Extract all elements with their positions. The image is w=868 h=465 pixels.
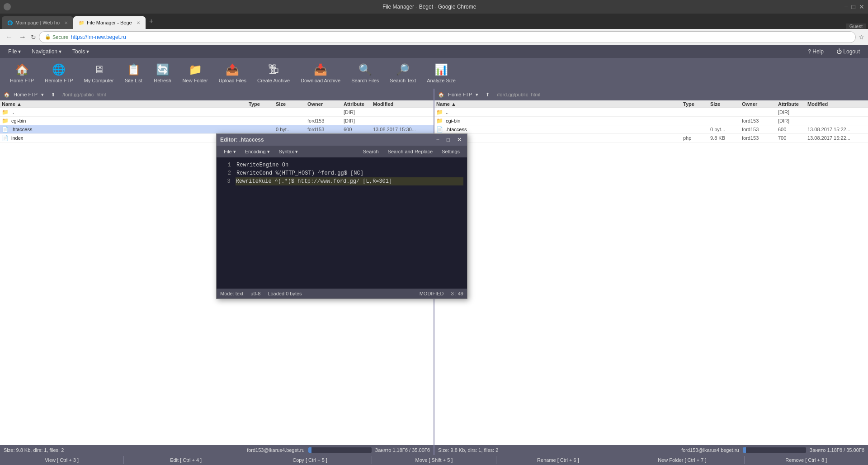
folder-icon: 📁 — [436, 109, 443, 115]
right-panel-path: /ford.gg/public_html — [497, 92, 864, 97]
create-archive-button[interactable]: 🗜 Create Archive — [253, 61, 294, 86]
editor-minimize-button[interactable]: − — [434, 137, 441, 143]
tab-close-2[interactable]: ✕ — [137, 20, 140, 25]
left-up-button[interactable]: ⬆ — [51, 92, 55, 98]
left-panel-label: Home FTP — [14, 92, 38, 97]
address-input-container[interactable]: 🔒 Secure https://fm-new.beget.ru — [39, 31, 856, 43]
download-archive-button[interactable]: 📥 Download Archive — [296, 61, 345, 86]
right-status-text: Size: 9.8 Kb, dirs: 1, files: 2 — [438, 447, 498, 453]
right-up-button[interactable]: ⬆ — [486, 92, 490, 98]
analyze-size-label: Analyze Size — [427, 78, 456, 83]
list-item[interactable]: 📁 cgi-bin ford153 [DIR] — [0, 117, 434, 125]
minimize-window-btn[interactable]: − — [844, 3, 848, 10]
home-ftp-button[interactable]: 🏠 Home FTP — [5, 61, 38, 86]
editor-close-button[interactable]: ✕ — [455, 137, 463, 143]
forward-button[interactable]: → — [17, 32, 28, 42]
home-ftp-label: Home FTP — [10, 78, 34, 83]
remote-ftp-icon: 🌐 — [52, 63, 66, 76]
right-panel-dropdown-icon[interactable]: ▾ — [476, 92, 478, 98]
left-col-mod[interactable]: Modified — [373, 101, 432, 107]
list-item[interactable]: 📄 .htaccess 0 byt... ford153 600 13.08.2… — [434, 125, 868, 134]
tab-file-manager[interactable]: 📁 File Manager - Bege ✕ — [73, 16, 146, 29]
new-folder-action-button[interactable]: New Folder [ Ctrl + 7 ] — [620, 456, 744, 464]
toolbar: 🏠 Home FTP 🌐 Remote FTP 🖥 My Computer 📋 … — [0, 58, 868, 89]
right-col-attr[interactable]: Attribute — [778, 101, 807, 107]
search-text-button[interactable]: 🔎 Search Text — [385, 61, 420, 86]
right-col-mod[interactable]: Modified — [807, 101, 866, 107]
close-window-btn[interactable]: ✕ — [859, 3, 864, 10]
left-user-label: ford153@ikarus4.beget.ru — [247, 447, 304, 453]
editor-maximize-button[interactable]: □ — [445, 137, 452, 143]
right-panel: 🏠 Home FTP ▾ ⬆ /ford.gg/public_html Name… — [434, 89, 868, 445]
list-item[interactable]: 📁 .. [DIR] — [434, 108, 868, 117]
refresh-label: Refresh — [154, 78, 171, 83]
copy-button[interactable]: Copy [ Ctrl + 5 ] — [248, 456, 372, 464]
left-col-size[interactable]: Size — [276, 101, 307, 107]
site-list-button[interactable]: 📋 Site List — [120, 61, 147, 86]
folder-icon: 📁 — [2, 109, 9, 115]
bookmark-icon[interactable]: ☆ — [859, 33, 864, 41]
tab-favicon-2: 📁 — [79, 20, 84, 25]
search-files-icon: 🔍 — [359, 63, 372, 76]
analyze-size-button[interactable]: 📊 Analyze Size — [422, 61, 460, 86]
right-col-type[interactable]: Type — [683, 101, 710, 107]
tab-close-1[interactable]: ✕ — [64, 20, 68, 25]
maximize-window-btn[interactable]: □ — [852, 3, 855, 10]
list-item[interactable]: 📄 .htaccess 0 byt... ford153 600 13.08.2… — [0, 125, 434, 134]
refresh-page-button[interactable]: ↻ — [31, 33, 36, 41]
browser-title-bar: File Manager - Beget - Google Chrome − □… — [0, 0, 868, 14]
editor-settings-btn[interactable]: Settings — [438, 148, 463, 155]
left-status-bar: Size: 9.8 Kb, dirs: 1, files: 2 ford153@… — [0, 445, 434, 455]
editor-search-btn[interactable]: Search — [359, 148, 382, 155]
refresh-button[interactable]: 🔄 Refresh — [149, 61, 176, 86]
upload-files-button[interactable]: 📤 Upload Files — [214, 61, 251, 86]
rename-button[interactable]: Rename [ Ctrl + 6 ] — [496, 456, 620, 464]
menu-navigation[interactable]: Navigation ▾ — [27, 47, 66, 56]
edit-button[interactable]: Edit [ Ctrl + 4 ] — [124, 456, 248, 464]
download-icon: 📥 — [314, 63, 327, 76]
search-text-label: Search Text — [390, 78, 416, 83]
list-item[interactable]: 📁 .. [DIR] — [0, 108, 434, 117]
editor-encoding-menu[interactable]: Encoding ▾ — [241, 148, 274, 156]
app-menu-bar: File ▾ Navigation ▾ Tools ▾ ? Help ⏻ Log… — [0, 45, 868, 58]
menu-tools[interactable]: Tools ▾ — [68, 47, 94, 56]
new-tab-button[interactable]: + — [146, 15, 157, 27]
editor-content[interactable]: 1 RewriteEngine On 2 RewriteCond %(HTTP_… — [217, 157, 467, 289]
right-storage-bar — [743, 447, 746, 453]
tab-bar: 🌐 Main page | Web ho ✕ 📁 File Manager - … — [0, 14, 868, 29]
editor-modified-badge: MODIFIED — [420, 291, 444, 296]
back-button[interactable]: ← — [4, 32, 14, 42]
new-folder-icon: 📁 — [189, 63, 202, 76]
editor-search-replace-btn[interactable]: Search and Replace — [384, 148, 437, 155]
list-item[interactable]: 📄 index php 9.8 KB ford153 700 13.08.201… — [434, 134, 868, 142]
right-storage-label: Занято 1.18Гб / 35.00Гб — [810, 447, 865, 453]
menu-right: ? Help ⏻ Logout — [803, 47, 864, 56]
new-folder-label: New Folder — [183, 78, 208, 83]
editor-file-menu[interactable]: File ▾ — [220, 148, 240, 156]
left-col-name[interactable]: Name ▲ — [2, 101, 249, 107]
left-col-attr[interactable]: Attribute — [344, 101, 373, 107]
menu-file[interactable]: File ▾ — [4, 47, 25, 56]
left-col-owner[interactable]: Owner — [307, 101, 344, 107]
editor-syntax-menu[interactable]: Syntax ▾ — [275, 148, 302, 156]
left-panel-dropdown-icon[interactable]: ▾ — [41, 92, 44, 98]
new-folder-button[interactable]: 📁 New Folder — [178, 61, 212, 86]
move-button[interactable]: Move [ Shift + 5 ] — [372, 456, 496, 464]
logout-button[interactable]: ⏻ Logout — [832, 47, 864, 56]
remove-button[interactable]: Remove [ Ctrl + 8 ] — [745, 456, 868, 464]
list-item[interactable]: 📁 cgi-bin ford153 [DIR] — [434, 117, 868, 125]
editor-statusbar: Mode: text utf-8 Loaded 0 bytes MODIFIED… — [217, 289, 467, 299]
search-files-button[interactable]: 🔍 Search Files — [347, 61, 383, 86]
tab-main-page[interactable]: 🌐 Main page | Web ho ✕ — [2, 16, 73, 29]
right-col-name[interactable]: Name ▲ — [436, 101, 683, 107]
chrome-icon — [4, 3, 11, 10]
my-computer-button[interactable]: 🖥 My Computer — [80, 61, 118, 86]
remote-ftp-button[interactable]: 🌐 Remote FTP — [40, 61, 77, 86]
right-col-size[interactable]: Size — [710, 101, 742, 107]
upload-icon: 📤 — [226, 63, 239, 76]
left-col-type[interactable]: Type — [249, 101, 276, 107]
view-button[interactable]: View [ Ctrl + 3 ] — [0, 456, 124, 464]
right-col-owner[interactable]: Owner — [742, 101, 778, 107]
editor-loaded: Loaded 0 bytes — [268, 291, 302, 296]
help-button[interactable]: ? Help — [803, 47, 828, 56]
